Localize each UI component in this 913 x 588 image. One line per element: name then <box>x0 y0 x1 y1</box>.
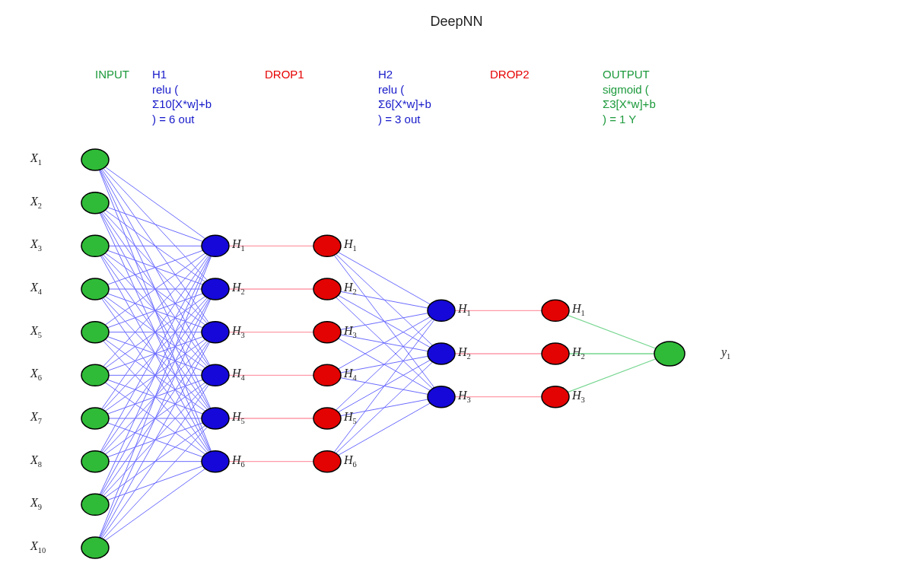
input-node-label: X2 <box>30 195 42 210</box>
drop2-node <box>542 300 569 321</box>
input-node-label: X8 <box>30 453 42 469</box>
input-node-label: X7 <box>30 410 42 425</box>
input-node <box>81 364 109 386</box>
input-node-label: X9 <box>30 496 42 511</box>
edge <box>95 203 215 246</box>
drop2-node <box>542 343 569 364</box>
edge <box>95 332 215 548</box>
h1-node-label: H4 <box>232 367 245 382</box>
h2-node-label: H3 <box>458 389 471 404</box>
edge <box>327 397 441 462</box>
input-node-label: X4 <box>30 281 42 296</box>
h1-node-label: H5 <box>232 410 245 425</box>
h1-node <box>202 364 229 386</box>
h1-node-label: H2 <box>232 281 245 296</box>
input-node <box>81 494 109 515</box>
drop1-node <box>313 278 341 300</box>
h2-node-label: H2 <box>458 345 471 361</box>
input-node <box>81 278 109 300</box>
output-node-label: y1 <box>721 345 730 361</box>
edge <box>95 418 215 548</box>
h1-node <box>202 278 229 300</box>
edge <box>327 310 441 375</box>
h1-node-label: H3 <box>232 324 245 339</box>
input-node <box>81 149 109 170</box>
drop2-node-label: H2 <box>572 345 585 361</box>
edge <box>95 462 215 548</box>
drop1-node-label: H1 <box>344 237 357 253</box>
input-node <box>81 235 109 256</box>
h1-node <box>202 322 229 343</box>
drop2-node <box>542 386 569 408</box>
h1-node <box>202 235 229 256</box>
drop1-node-label: H4 <box>344 367 357 382</box>
input-node <box>81 451 109 472</box>
input-node <box>81 192 109 214</box>
output-node <box>654 342 685 366</box>
drop1-node <box>313 408 341 429</box>
input-node <box>81 322 109 343</box>
h1-node-label: H6 <box>232 453 245 469</box>
drop1-node <box>313 364 341 386</box>
input-node-label: X10 <box>30 539 46 555</box>
drop1-node-label: H6 <box>344 453 357 469</box>
drop1-node-label: H5 <box>344 410 357 425</box>
network-canvas <box>0 0 913 588</box>
input-node <box>81 408 109 429</box>
drop1-node <box>313 322 341 343</box>
drop1-node-label: H2 <box>344 281 357 296</box>
input-node-label: X3 <box>30 237 42 253</box>
drop1-node-label: H3 <box>344 324 357 339</box>
drop1-node <box>313 235 341 256</box>
edge <box>327 246 441 310</box>
input-node-label: X6 <box>30 367 42 382</box>
input-node-label: X1 <box>30 151 42 167</box>
h1-node <box>202 408 229 429</box>
drop2-node-label: H1 <box>572 302 585 317</box>
h2-node <box>428 300 455 321</box>
input-node-label: X5 <box>30 324 42 339</box>
h2-node-label: H1 <box>458 302 471 317</box>
edge <box>95 160 215 246</box>
edge <box>95 246 215 548</box>
input-node <box>81 537 109 558</box>
drop2-node-label: H3 <box>572 389 585 404</box>
h2-node <box>428 386 455 408</box>
drop1-node <box>313 451 341 472</box>
h2-node <box>428 343 455 364</box>
h1-node <box>202 451 229 472</box>
h1-node-label: H1 <box>232 237 245 253</box>
